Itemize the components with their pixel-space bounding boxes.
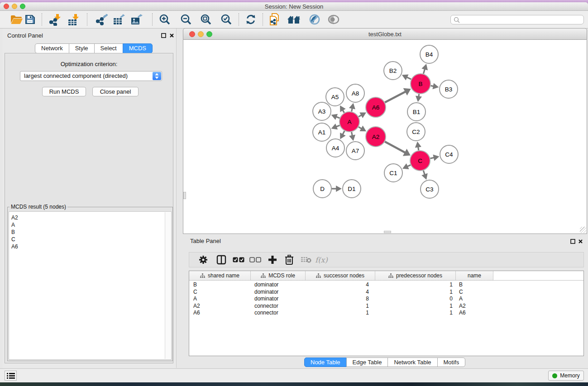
graph-edge[interactable] xyxy=(385,142,405,152)
float-panel-button[interactable] xyxy=(161,33,166,38)
table-settings-button[interactable] xyxy=(196,253,210,266)
network-canvas[interactable]: AA1A2A3A4A5A6A7A8BB1B2B3B4CC1C2C3C4DD1 xyxy=(183,40,587,234)
table-row[interactable]: Cdominator41C xyxy=(189,289,583,296)
column-header-successor-nodes[interactable]: successor nodes xyxy=(306,271,375,280)
graph-edge[interactable] xyxy=(336,125,340,127)
graph-edge[interactable] xyxy=(343,131,344,134)
node-table[interactable]: shared name MCDS role successor nodes pr… xyxy=(189,271,584,356)
memory-button[interactable]: Memory xyxy=(548,371,584,381)
table-cell[interactable]: B xyxy=(189,281,251,289)
main-titlebar[interactable]: Session: New Session xyxy=(0,2,588,11)
graph-node-B1[interactable]: B1 xyxy=(407,103,425,121)
graph-node-C4[interactable]: C4 xyxy=(440,145,458,163)
table-cell[interactable]: 1 xyxy=(375,281,456,289)
graph-edge[interactable] xyxy=(343,110,344,113)
graph-node-C[interactable]: C xyxy=(410,151,430,171)
search-input[interactable] xyxy=(462,16,582,24)
tab-style[interactable]: Style xyxy=(69,43,95,53)
criterion-select[interactable]: largest connected component (directed) xyxy=(20,71,162,81)
delete-table-button[interactable] xyxy=(299,253,313,266)
graph-edge[interactable] xyxy=(423,171,425,175)
table-close-button[interactable] xyxy=(578,238,583,244)
table-row[interactable]: Bdominator41B xyxy=(189,281,583,289)
column-header-mcds-role[interactable]: MCDS role xyxy=(251,271,306,280)
table-cell[interactable]: A6 xyxy=(189,310,251,317)
graph-edge[interactable] xyxy=(359,127,362,129)
graph-node-C2[interactable]: C2 xyxy=(407,123,425,141)
table-cell[interactable]: C xyxy=(189,289,251,296)
table-cell[interactable]: dominator xyxy=(251,281,306,289)
home-button[interactable] xyxy=(286,12,301,27)
table-cell[interactable]: A2 xyxy=(189,303,251,310)
graph-node-A[interactable]: A xyxy=(339,112,359,132)
network-minimize-button[interactable] xyxy=(198,31,204,37)
table-cell[interactable]: 1 xyxy=(375,303,456,310)
table-cell[interactable]: 8 xyxy=(306,295,375,303)
zoom-window-button[interactable] xyxy=(20,4,25,9)
canvas-bottom-handle[interactable] xyxy=(384,231,391,233)
save-session-button[interactable] xyxy=(22,12,38,27)
graph-edge[interactable] xyxy=(430,157,434,158)
graph-node-A3[interactable]: A3 xyxy=(313,102,331,120)
graph-node-B2[interactable]: B2 xyxy=(384,62,402,80)
import-table-button[interactable] xyxy=(65,12,80,27)
table-cell[interactable]: B xyxy=(456,281,493,289)
tab-node-table[interactable]: Node Table xyxy=(304,357,347,367)
resize-grip[interactable] xyxy=(580,227,586,233)
network-zoom-button[interactable] xyxy=(206,31,212,37)
export-image-button[interactable] xyxy=(129,12,144,27)
graph-node-D[interactable]: D xyxy=(313,180,331,198)
export-table-button[interactable] xyxy=(111,12,126,27)
graph-edge[interactable] xyxy=(423,69,425,73)
column-header-shared-name[interactable]: shared name xyxy=(189,271,251,280)
column-header-name[interactable]: name xyxy=(456,271,493,280)
table-cell[interactable]: 1 xyxy=(306,310,375,317)
import-network-button[interactable] xyxy=(47,12,62,27)
graph-edge[interactable] xyxy=(418,147,419,151)
table-cell[interactable]: A2 xyxy=(456,303,493,310)
close-panel-button[interactable] xyxy=(169,33,174,38)
table-cell[interactable]: 4 xyxy=(306,281,375,289)
delete-column-button[interactable] xyxy=(282,253,296,266)
show-hide-button[interactable] xyxy=(326,12,341,27)
run-mcds-button[interactable]: Run MCDS xyxy=(42,87,86,96)
graph-node-A1[interactable]: A1 xyxy=(313,123,331,141)
deselect-all-button[interactable] xyxy=(249,253,262,266)
table-cell[interactable]: connector xyxy=(251,303,306,310)
export-network-button[interactable] xyxy=(94,12,109,27)
network-window-titlebar[interactable]: testGlobe.txt xyxy=(183,28,587,40)
zoom-fit-button[interactable] xyxy=(198,12,214,27)
table-float-button[interactable] xyxy=(570,238,575,244)
graph-node-C1[interactable]: C1 xyxy=(384,164,402,182)
tab-edge-table[interactable]: Edge Table xyxy=(346,357,388,367)
graph-node-B3[interactable]: B3 xyxy=(440,80,458,98)
graph-node-A7[interactable]: A7 xyxy=(346,142,364,160)
graph-edge[interactable] xyxy=(407,165,411,167)
graph-node-A4[interactable]: A4 xyxy=(326,139,344,157)
mcds-result-item[interactable]: B xyxy=(11,229,171,236)
table-cell[interactable]: 1 xyxy=(375,289,456,296)
graph-node-B[interactable]: B xyxy=(411,74,430,94)
table-cell[interactable]: 1 xyxy=(375,310,456,317)
task-history-button[interactable] xyxy=(5,371,17,381)
mcds-result-item[interactable]: A2 xyxy=(11,214,171,221)
table-cell[interactable]: connector xyxy=(251,310,306,317)
graph-node-C3[interactable]: C3 xyxy=(421,180,439,198)
apply-function-button[interactable]: f(x) xyxy=(315,253,328,266)
hide-graphics-details-button[interactable] xyxy=(306,12,321,27)
table-row[interactable]: A6connector11A6 xyxy=(189,310,583,317)
tab-network-table[interactable]: Network Table xyxy=(387,357,437,367)
close-panel-action-button[interactable]: Close panel xyxy=(92,87,139,96)
mcds-result-item[interactable]: C xyxy=(11,236,171,243)
graph-node-B4[interactable]: B4 xyxy=(420,45,438,63)
tab-network[interactable]: Network xyxy=(35,43,69,53)
tab-select[interactable]: Select xyxy=(94,43,123,53)
graph-edge[interactable] xyxy=(359,115,361,117)
mcds-result-item[interactable]: A xyxy=(11,221,171,229)
column-header-predecessor-nodes[interactable]: predecessor nodes xyxy=(375,271,456,280)
graph-node-A6[interactable]: A6 xyxy=(366,97,386,117)
duplicate-network-button[interactable] xyxy=(267,12,282,27)
add-column-button[interactable] xyxy=(266,253,279,266)
zoom-selected-button[interactable] xyxy=(219,12,234,27)
table-cell[interactable]: 0 xyxy=(375,295,456,303)
